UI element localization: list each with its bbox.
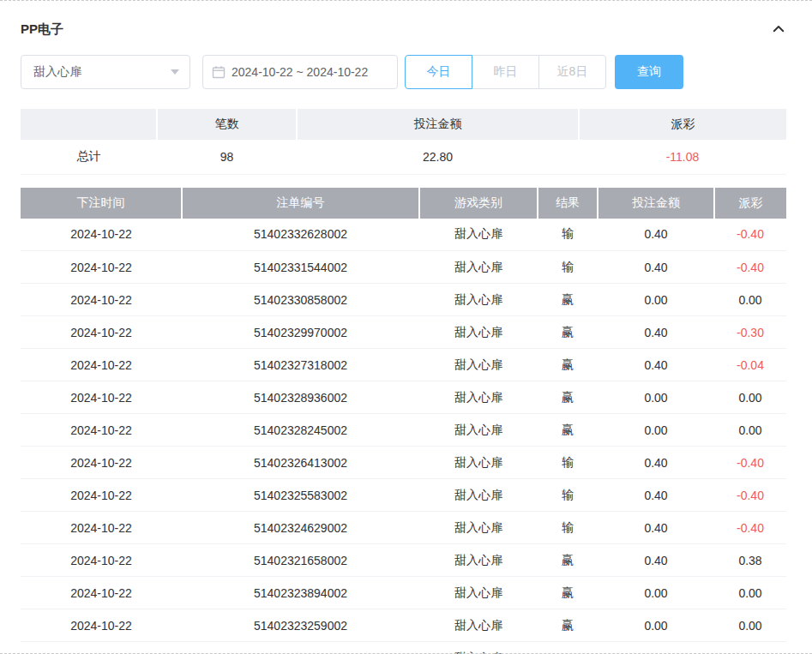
table-row: 2024-10-2251402325583002甜入心扉输0.40-0.40	[21, 479, 786, 512]
table-row: 2024-10-2251402323259002甜入心扉赢0.000.00	[21, 609, 786, 642]
table-row: 2024-10-2251402328936002甜入心扉赢0.000.00	[21, 381, 786, 414]
table-cell: 0.00	[714, 381, 786, 414]
table-cell: 0.00	[714, 609, 786, 642]
table-cell: 甜入心扉	[419, 219, 538, 251]
table-cell	[538, 642, 598, 654]
bet-table-header-cell: 游戏类别	[419, 188, 538, 219]
table-cell: 0.40	[598, 316, 714, 349]
table-cell: 甜入心扉	[419, 316, 538, 349]
table-cell: 51402332628002	[182, 219, 419, 251]
bet-table: 下注时间注单编号游戏类别结果投注金额派彩 2024-10-22514023326…	[21, 188, 786, 654]
table-cell: 2024-10-22	[21, 512, 182, 544]
table-cell: 2024-10-22	[21, 251, 182, 284]
game-select[interactable]: 甜入心扉	[21, 55, 190, 89]
table-cell: 0.40	[598, 251, 714, 284]
table-cell: 51402324629002	[182, 512, 419, 544]
summary-header-payout: 派彩	[579, 109, 786, 140]
table-cell: 0.40	[598, 512, 714, 544]
bet-table-header-cell: 下注时间	[21, 188, 182, 219]
table-cell: 0.00	[598, 609, 714, 642]
top-dashed-divider	[0, 0, 812, 1]
table-cell	[714, 642, 786, 654]
bet-table-body: 2024-10-2251402332628002甜入心扉输0.40-0.4020…	[21, 219, 786, 654]
bet-table-header-cell: 派彩	[714, 188, 786, 219]
collapse-chevron-icon[interactable]	[771, 21, 786, 37]
table-cell: -0.40	[714, 512, 786, 544]
table-cell: 甜入心扉	[419, 447, 538, 479]
table-cell: 2024-10-22	[21, 316, 182, 349]
pp-electronics-panel: PP电子 甜入心扉 2024-10-22 ~ 2024-10-22 今日 昨日 …	[0, 0, 812, 654]
table-cell: -0.04	[714, 349, 786, 381]
table-cell: 0.38	[714, 544, 786, 577]
table-cell: 甜入心扉	[419, 284, 538, 316]
table-row: 2024-10-22甜入心扉	[21, 642, 786, 654]
game-select-value: 甜入心扉	[33, 64, 81, 80]
table-row: 2024-10-2251402321658002甜入心扉赢0.400.38	[21, 544, 786, 577]
table-cell: 51402325583002	[182, 479, 419, 512]
table-cell: -0.40	[714, 479, 786, 512]
table-cell: 0.00	[598, 284, 714, 316]
panel-title: PP电子	[21, 21, 63, 38]
quick-button-yesterday[interactable]: 昨日	[472, 55, 539, 89]
table-cell: 甜入心扉	[419, 251, 538, 284]
table-cell: 0.00	[714, 414, 786, 447]
table-cell: 输	[538, 219, 598, 251]
table-cell	[598, 642, 714, 654]
panel-header: PP电子	[21, 0, 786, 38]
bet-table-header-cell: 注单编号	[182, 188, 419, 219]
table-row: 2024-10-2251402329970002甜入心扉赢0.40-0.30	[21, 316, 786, 349]
bet-table-header-cell: 结果	[538, 188, 598, 219]
table-cell: 2024-10-22	[21, 447, 182, 479]
table-cell: 0.40	[598, 219, 714, 251]
chevron-down-icon	[171, 69, 179, 75]
date-range-value: 2024-10-22 ~ 2024-10-22	[232, 65, 368, 79]
table-cell: 甜入心扉	[419, 349, 538, 381]
table-row: 2024-10-2251402326413002甜入心扉输0.40-0.40	[21, 447, 786, 479]
table-cell: 51402323894002	[182, 577, 419, 609]
summary-total-payout: -11.08	[579, 140, 786, 174]
table-cell: 赢	[538, 316, 598, 349]
table-cell: 2024-10-22	[21, 577, 182, 609]
table-cell: 赢	[538, 609, 598, 642]
bet-table-header-cell: 投注金额	[598, 188, 714, 219]
quick-button-today[interactable]: 今日	[405, 55, 472, 89]
table-cell: 0.00	[714, 577, 786, 609]
table-cell: 2024-10-22	[21, 479, 182, 512]
summary-total-label: 总计	[21, 140, 157, 174]
table-cell: 51402330858002	[182, 284, 419, 316]
table-cell: 0.40	[598, 479, 714, 512]
quick-button-last8days[interactable]: 近8日	[538, 55, 606, 89]
table-cell: 51402328245002	[182, 414, 419, 447]
date-range-input[interactable]: 2024-10-22 ~ 2024-10-22	[202, 55, 398, 89]
table-cell: 0.00	[598, 577, 714, 609]
table-cell: 输	[538, 512, 598, 544]
summary-total-count: 98	[157, 140, 297, 174]
table-row: 2024-10-2251402324629002甜入心扉输0.40-0.40	[21, 512, 786, 544]
table-cell: 2024-10-22	[21, 349, 182, 381]
table-cell: 51402331544002	[182, 251, 419, 284]
table-cell: 2024-10-22	[21, 284, 182, 316]
table-row: 2024-10-2251402323894002甜入心扉赢0.000.00	[21, 577, 786, 609]
table-cell: 赢	[538, 414, 598, 447]
table-cell: 赢	[538, 284, 598, 316]
table-row: 2024-10-2251402330858002甜入心扉赢0.000.00	[21, 284, 786, 316]
table-cell: 0.00	[598, 414, 714, 447]
table-cell: 甜入心扉	[419, 512, 538, 544]
table-cell: 赢	[538, 349, 598, 381]
table-cell: 甜入心扉	[419, 414, 538, 447]
table-cell: 2024-10-22	[21, 544, 182, 577]
table-cell: 赢	[538, 577, 598, 609]
table-cell: -0.40	[714, 219, 786, 251]
table-cell: 0.40	[598, 544, 714, 577]
summary-total-row: 总计 98 22.80 -11.08	[21, 140, 786, 174]
table-cell: 甜入心扉	[419, 381, 538, 414]
table-cell: 输	[538, 479, 598, 512]
table-cell: -0.40	[714, 251, 786, 284]
table-cell: 0.00	[714, 284, 786, 316]
table-cell: 赢	[538, 381, 598, 414]
table-cell: 2024-10-22	[21, 219, 182, 251]
table-cell: 赢	[538, 544, 598, 577]
search-button[interactable]: 查询	[615, 55, 683, 89]
table-cell: -0.40	[714, 447, 786, 479]
table-row: 2024-10-2251402327318002甜入心扉赢0.40-0.04	[21, 349, 786, 381]
